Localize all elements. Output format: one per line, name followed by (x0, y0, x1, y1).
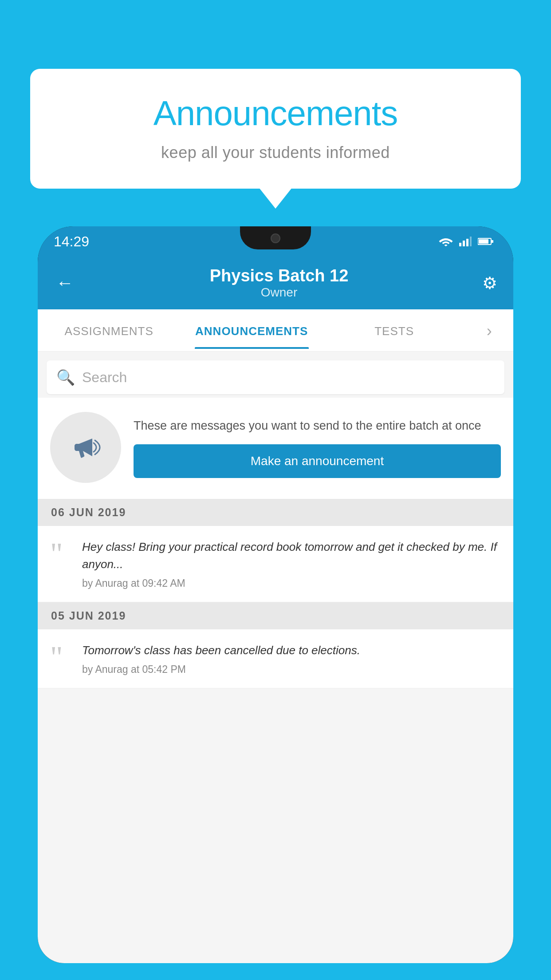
speech-bubble-container: Announcements keep all your students inf… (30, 69, 521, 189)
app-header: ← Physics Batch 12 Owner ⚙ (38, 257, 513, 309)
megaphone-icon (68, 430, 103, 465)
tabs-bar: ASSIGNMENTS ANNOUNCEMENTS TESTS › (38, 309, 513, 352)
svg-rect-5 (479, 239, 488, 244)
announcement-meta-2: by Anurag at 05:42 PM (82, 664, 501, 676)
announcement-promo: These are messages you want to send to t… (38, 398, 513, 499)
announcement-item-1[interactable]: " Hey class! Bring your practical record… (38, 526, 513, 602)
date-divider-2: 05 JUN 2019 (38, 602, 513, 629)
svg-rect-3 (470, 237, 472, 246)
bubble-subtitle: keep all your students informed (52, 143, 499, 162)
svg-rect-6 (492, 240, 493, 243)
make-announcement-button[interactable]: Make an announcement (134, 444, 501, 478)
speech-bubble: Announcements keep all your students inf… (30, 69, 521, 189)
tab-tests[interactable]: TESTS (323, 312, 465, 349)
phone-content: 🔍 Search These are messages you want to … (38, 352, 513, 963)
announcement-text-2: Tomorrow's class has been cancelled due … (82, 642, 501, 659)
announcement-content-1: Hey class! Bring your practical record b… (82, 538, 501, 589)
phone-notch (240, 226, 311, 249)
promo-description: These are messages you want to send to t… (134, 417, 501, 435)
announcement-content-2: Tomorrow's class has been cancelled due … (82, 642, 501, 676)
phone-screen: 14:29 (38, 226, 513, 963)
bubble-title: Announcements (52, 93, 499, 134)
status-time: 14:29 (54, 233, 89, 250)
back-button[interactable]: ← (54, 271, 76, 295)
svg-rect-2 (466, 239, 468, 246)
quote-icon-2: " (50, 646, 72, 668)
front-camera (271, 233, 280, 243)
tab-more[interactable]: › (465, 309, 513, 351)
quote-icon-1: " (50, 543, 72, 565)
owner-role: Owner (210, 285, 349, 300)
promo-right: These are messages you want to send to t… (134, 417, 501, 478)
status-icons (439, 237, 494, 246)
header-center: Physics Batch 12 Owner (210, 266, 349, 300)
signal-icon (459, 237, 472, 246)
battery-icon (478, 237, 494, 245)
svg-rect-1 (463, 241, 465, 246)
tab-announcements[interactable]: ANNOUNCEMENTS (180, 312, 323, 349)
tab-assignments[interactable]: ASSIGNMENTS (38, 312, 180, 349)
date-divider-1: 06 JUN 2019 (38, 499, 513, 526)
announcement-meta-1: by Anurag at 09:42 AM (82, 577, 501, 589)
announcement-item-2[interactable]: " Tomorrow's class has been cancelled du… (38, 629, 513, 688)
announcement-text-1: Hey class! Bring your practical record b… (82, 538, 501, 573)
phone-frame-wrap: 14:29 (38, 226, 513, 980)
batch-name: Physics Batch 12 (210, 266, 349, 285)
svg-rect-0 (459, 243, 461, 246)
search-placeholder: Search (82, 369, 127, 386)
settings-icon[interactable]: ⚙ (482, 273, 497, 293)
wifi-icon (439, 237, 453, 246)
phone-frame: 14:29 (38, 226, 513, 963)
search-icon: 🔍 (56, 368, 75, 386)
search-bar[interactable]: 🔍 Search (47, 360, 504, 394)
promo-icon-circle (50, 412, 121, 483)
